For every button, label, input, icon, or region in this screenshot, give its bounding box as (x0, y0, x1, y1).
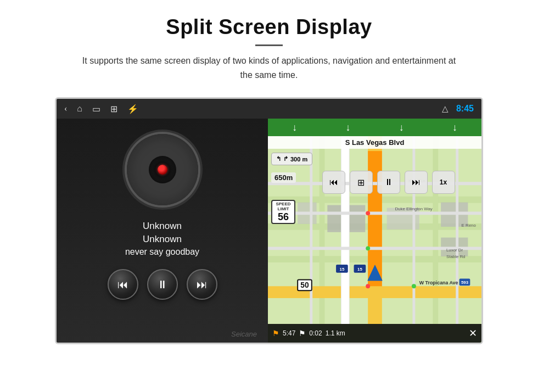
map-svg: W Tropicana Ave 593 593 15 15 50 (268, 119, 481, 324)
svg-text:Luxor Dr: Luxor Dr (446, 248, 463, 253)
watermark-text: Seicane (231, 330, 257, 338)
speed-limit-sign: SPEED LIMIT 56 (271, 200, 295, 224)
nav-playback-controls: ⏮ ⊞ ⏸ ⏭ 1x (295, 171, 481, 194)
nav-eta-distance: 1.1 km (326, 329, 345, 337)
track-artist: Unknown (143, 221, 182, 232)
play-pause-icon: ⏸ (157, 278, 168, 291)
album-center-dot (158, 165, 167, 175)
status-bar: ‹ ⌂ ▭ ⊞ ⚡ △ 8:45 (57, 99, 481, 119)
nav-arrow-1: ↓ (292, 122, 297, 133)
nav-start-icon: ⚑ (272, 329, 279, 338)
next-track-button[interactable]: ⏭ (187, 269, 217, 300)
svg-point-26 (412, 284, 416, 289)
svg-text:Stable Rd: Stable Rd (446, 254, 466, 259)
street-name-banner: S Las Vegas Blvd (268, 136, 481, 149)
time-display: 8:45 (456, 104, 474, 114)
nav-next-button[interactable]: ⏭ (405, 171, 428, 194)
nav-grid-icon: ⊞ (357, 177, 365, 188)
next-icon: ⏭ (197, 278, 208, 291)
page-subtitle: It supports the same screen display of t… (77, 54, 461, 82)
nav-next-icon: ⏭ (412, 177, 421, 187)
nav-grid-button[interactable]: ⊞ (350, 171, 373, 194)
title-section: Split Screen Display It supports the sam… (77, 15, 461, 82)
prev-track-button[interactable]: ⏮ (108, 269, 138, 300)
svg-text:15: 15 (357, 267, 362, 272)
svg-text:15: 15 (340, 267, 345, 272)
status-right: △ 8:45 (442, 104, 474, 114)
track-album: Unknown (143, 234, 182, 245)
nav-map: W Tropicana Ave 593 593 15 15 50 (268, 119, 481, 343)
device-frame: ‹ ⌂ ▭ ⊞ ⚡ △ 8:45 Unknown U (55, 97, 483, 344)
distance-label: 650m (271, 172, 296, 183)
title-divider (255, 44, 283, 46)
track-title: never say goodbay (125, 247, 199, 257)
prev-icon: ⏮ (117, 278, 128, 291)
svg-text:E Reno: E Reno (462, 223, 477, 228)
gallery-icon[interactable]: ⊞ (110, 104, 117, 114)
split-content: Unknown Unknown never say goodbay ⏮ ⏸ ⏭ … (57, 119, 481, 343)
nav-panel: W Tropicana Ave 593 593 15 15 50 (268, 119, 481, 343)
speed-limit-label: SPEED LIMIT (273, 202, 293, 212)
svg-text:W Tropicana Ave: W Tropicana Ave (419, 281, 458, 286)
turn-right-icon: ↱ (283, 155, 288, 163)
nav-pause-icon: ⏸ (384, 177, 393, 187)
home-icon[interactable]: ⌂ (77, 104, 82, 114)
album-inner (149, 156, 176, 183)
nav-arrow-3: ↓ (399, 122, 404, 133)
nav-prev-button[interactable]: ⏮ (322, 171, 345, 194)
nav-arrow-2: ↓ (345, 122, 350, 133)
nav-arrow-4: ↓ (452, 122, 457, 133)
turn-left-icon: ↰ (276, 155, 281, 163)
nav-pause-button[interactable]: ⏸ (377, 171, 400, 194)
svg-point-24 (366, 247, 370, 251)
back-arrow-icon[interactable]: ‹ (64, 104, 67, 114)
nav-speed-label: 1x (440, 178, 447, 186)
nav-prev-icon: ⏮ (329, 177, 338, 187)
nav-flag-icon: ⚑ (299, 329, 306, 338)
music-controls: ⏮ ⏸ ⏭ (108, 269, 217, 300)
nav-close-button[interactable]: ✕ (469, 327, 477, 339)
nav-speed-button[interactable]: 1x (432, 171, 455, 194)
nav-bottom-bar: ⚑ 5:47 ⚑ 0:02 1.1 km ✕ (268, 324, 481, 343)
eject-icon: △ (442, 104, 449, 114)
page-wrapper: Split Screen Display It supports the sam… (0, 0, 538, 392)
nav-top-bar: ↓ ↓ ↓ ↓ (268, 119, 481, 136)
svg-text:593: 593 (461, 281, 469, 285)
recent-apps-icon[interactable]: ▭ (92, 104, 100, 114)
svg-point-23 (366, 211, 370, 216)
usb-icon[interactable]: ⚡ (127, 104, 138, 114)
svg-text:50: 50 (300, 281, 309, 289)
play-pause-button[interactable]: ⏸ (147, 269, 178, 300)
nav-eta-duration: 0:02 (309, 329, 322, 337)
nav-eta-time: 5:47 (283, 329, 295, 337)
speed-limit-value: 56 (273, 212, 293, 222)
turn-distance: 300 m (290, 156, 307, 163)
music-panel: Unknown Unknown never say goodbay ⏮ ⏸ ⏭ … (57, 119, 268, 343)
album-art (127, 134, 198, 205)
svg-rect-16 (341, 119, 349, 324)
svg-text:Duke Ellington Way: Duke Ellington Way (395, 207, 432, 212)
page-title: Split Screen Display (77, 15, 461, 39)
svg-point-25 (366, 284, 370, 289)
turn-indicator: ↰ ↱ 300 m (271, 153, 312, 165)
